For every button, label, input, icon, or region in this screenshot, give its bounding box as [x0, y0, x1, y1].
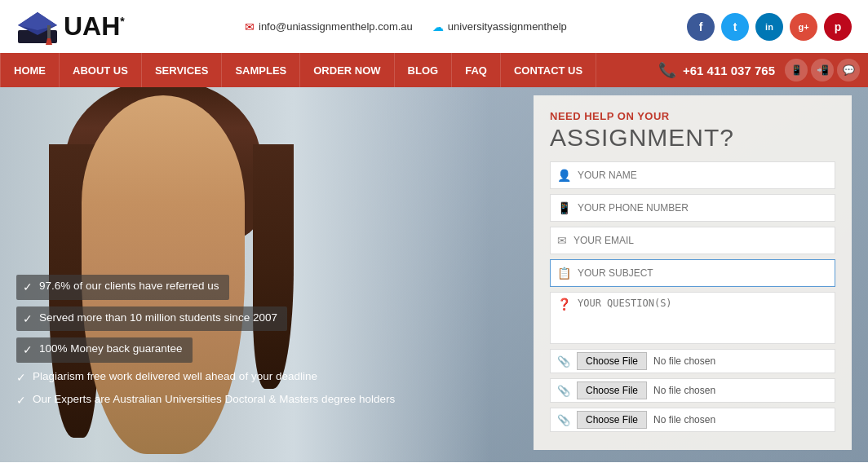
linkedin-button[interactable]: in — [755, 13, 783, 41]
question-field-row: ❓ — [550, 292, 835, 344]
header-contact-info: ✉ info@uniassignmenthelp.com.au ☁ univer… — [245, 20, 567, 33]
logo[interactable]: UAH* — [16, 7, 125, 46]
nav-home[interactable]: HOME — [0, 53, 60, 87]
bullet-text-4: Plagiarism free work delivered well ahea… — [33, 369, 317, 385]
bullet-4: ✓ Plagiarism free work delivered well ah… — [16, 369, 395, 386]
file-row-1: 📎 Choose File No file chosen — [550, 349, 835, 373]
social-icons-header: f t in g+ p — [687, 13, 852, 41]
bullet-text-2: Served more than 10 million students sin… — [39, 311, 277, 326]
nav-blog[interactable]: BLOG — [395, 53, 453, 87]
pinterest-button[interactable]: p — [824, 13, 852, 41]
whatsapp-icon[interactable]: 📱 — [785, 59, 808, 82]
bullet-points: ✓ 97.6% of our clients have referred us … — [16, 275, 395, 416]
skype-icon: ☁ — [432, 20, 444, 33]
name-field-row: 👤 — [550, 161, 835, 189]
check-icon-1: ✓ — [23, 280, 33, 296]
file-row-3: 📎 Choose File No file chosen — [550, 408, 835, 432]
google-plus-button[interactable]: g+ — [790, 13, 817, 41]
email-input[interactable] — [574, 235, 828, 246]
no-file-text-2: No file chosen — [653, 385, 715, 396]
phone-field-icon: 📱 — [557, 201, 571, 214]
bullet-3: ✓ 100% Money back guarantee — [16, 337, 395, 363]
email-field-icon: ✉ — [557, 234, 567, 247]
phone-input[interactable] — [578, 202, 828, 214]
bullet-text-1: 97.6% of our clients have referred us — [39, 279, 219, 294]
email-field-row: ✉ — [550, 227, 835, 254]
email-address: info@uniassignmenthelp.com.au — [259, 20, 413, 33]
navbar: HOME ABOUT US SERVICES SAMPLES ORDER NOW… — [0, 53, 868, 87]
nav-items: HOME ABOUT US SERVICES SAMPLES ORDER NOW… — [0, 53, 649, 87]
bullet-text-5: Our Experts are Australian Universities … — [33, 392, 395, 408]
name-input[interactable] — [578, 170, 828, 181]
file-icon-3: 📎 — [557, 414, 570, 426]
file-icon-2: 📎 — [557, 385, 570, 397]
bullet-5: ✓ Our Experts are Australian Universitie… — [16, 392, 395, 409]
email-contact: ✉ info@uniassignmenthelp.com.au — [245, 20, 413, 33]
nav-faq[interactable]: FAQ — [452, 53, 501, 87]
bullet-2: ✓ Served more than 10 million students s… — [16, 306, 395, 332]
nav-samples[interactable]: SAMPLES — [222, 53, 300, 87]
skype-contact: ☁ universityassignmenthelp — [432, 20, 567, 33]
form-title: ASSIGNMENT? — [550, 124, 835, 152]
file-icon-1: 📎 — [557, 355, 570, 368]
choose-file-button-3[interactable]: Choose File — [577, 411, 647, 429]
facebook-button[interactable]: f — [687, 13, 715, 41]
form-subtitle: NEED HELP ON YOUR — [550, 110, 835, 122]
phone-icon: 📞 — [658, 61, 676, 79]
subject-icon: 📋 — [557, 267, 571, 280]
bullet-1: ✓ 97.6% of our clients have referred us — [16, 275, 395, 300]
viber-icon[interactable]: 📲 — [811, 59, 834, 82]
no-file-text-1: No file chosen — [653, 355, 715, 367]
check-icon-5: ✓ — [16, 393, 26, 409]
nav-services[interactable]: SERVICES — [142, 53, 223, 87]
skype-handle: universityassignmenthelp — [448, 20, 567, 33]
twitter-button[interactable]: t — [721, 13, 749, 41]
phone-field-row: 📱 — [550, 194, 835, 222]
file-row-2: 📎 Choose File No file chosen — [550, 378, 835, 403]
nav-contact[interactable]: CONTACT US — [501, 53, 596, 87]
nav-phone: 📞 +61 411 037 765 — [649, 61, 785, 79]
nav-order[interactable]: ORDER NOW — [300, 53, 394, 87]
contact-form-panel: NEED HELP ON YOUR ASSIGNMENT? 👤 📱 ✉ 📋 ❓ — [534, 95, 852, 450]
wechat-icon[interactable]: 💬 — [837, 59, 860, 82]
subject-field-row: 📋 — [550, 259, 835, 287]
logo-icon — [16, 7, 59, 46]
logo-text: UAH* — [64, 11, 125, 42]
question-input[interactable] — [578, 298, 828, 338]
no-file-text-3: No file chosen — [653, 414, 715, 426]
nav-social-small: 📱 📲 💬 — [785, 59, 868, 82]
hero-section: ✓ 97.6% of our clients have referred us … — [0, 87, 868, 462]
name-icon: 👤 — [557, 169, 571, 182]
subject-input[interactable] — [578, 267, 828, 279]
email-icon: ✉ — [245, 20, 255, 33]
check-icon-2: ✓ — [23, 311, 33, 328]
bullet-text-3: 100% Money back guarantee — [39, 342, 183, 357]
check-icon-4: ✓ — [16, 370, 26, 386]
nav-about[interactable]: ABOUT US — [60, 53, 142, 87]
question-icon: ❓ — [557, 298, 571, 311]
header: UAH* ✉ info@uniassignmenthelp.com.au ☁ u… — [0, 0, 868, 53]
check-icon-3: ✓ — [23, 342, 33, 359]
choose-file-button-2[interactable]: Choose File — [577, 381, 647, 399]
phone-number: +61 411 037 765 — [683, 64, 775, 77]
choose-file-button-1[interactable]: Choose File — [577, 352, 647, 370]
